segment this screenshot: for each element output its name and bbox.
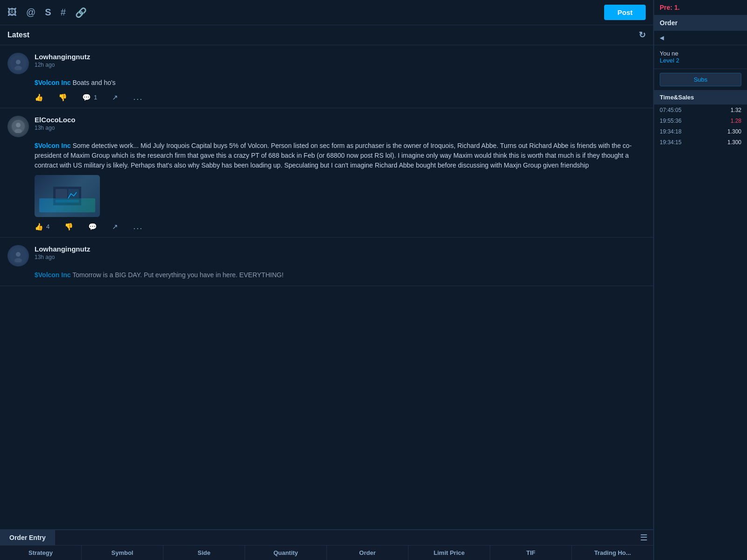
time-sales-panel: Time&Sales 07:45:05 1.32 19:55:36 1.28 1… [654, 90, 747, 560]
post-meta: Lowhangingnutz 13h ago [35, 245, 90, 260]
svg-point-1 [16, 60, 21, 64]
share-button[interactable]: ↗ [112, 223, 118, 231]
col-limit-price: Limit Price [409, 546, 490, 560]
post-text: Tomorrow is a BIG DAY. Put everything yo… [72, 271, 283, 279]
toolbar: 🖼 @ S # 🔗 Post [0, 0, 653, 25]
col-strategy: Strategy [0, 546, 82, 560]
pre-market: Pre: 1. [654, 0, 747, 15]
share-icon: ↗ [112, 93, 118, 102]
ts-price: 1.28 [731, 118, 741, 124]
post-actions: 👍 👎 💬 1 ↗ ... [35, 92, 646, 102]
comment-button[interactable]: 💬 [88, 223, 97, 231]
post-body: $Volcon Inc Tomorrow is a BIG DAY. Put e… [35, 270, 646, 280]
order-entry-options-icon[interactable]: ☰ [640, 532, 653, 543]
post-header: Lowhangingnutz 12h ago [7, 53, 646, 74]
ts-time: 19:55:36 [660, 118, 682, 124]
ts-price: 1.300 [727, 139, 741, 146]
svg-rect-8 [68, 189, 79, 198]
dollar-icon[interactable]: S [45, 7, 51, 18]
share-button[interactable]: ↗ [112, 93, 118, 102]
post-header: ElCocoLoco 13h ago [7, 116, 646, 137]
ticker-link[interactable]: $Volcon Inc [35, 79, 71, 86]
time-sales-row: 19:55:36 1.28 [654, 116, 747, 126]
like-button[interactable]: 👍 [35, 93, 43, 102]
comment-button[interactable]: 💬 1 [82, 93, 97, 102]
ts-price: 1.32 [731, 107, 741, 113]
ts-time: 19:34:18 [660, 128, 682, 135]
collapse-arrow-icon[interactable]: ◀ [658, 33, 666, 43]
thumbs-up-icon: 👍 [35, 223, 43, 231]
ts-price: 1.300 [727, 128, 741, 135]
col-side: Side [163, 546, 245, 560]
post-body: $Volcon Inc Boats and ho's [35, 78, 646, 88]
level-text: Level 2 [660, 57, 679, 64]
post-card: ElCocoLoco 13h ago $Volcon Inc Some dete… [0, 108, 653, 238]
refresh-icon[interactable]: ↻ [639, 30, 646, 40]
like-button[interactable]: 👍 4 [35, 223, 49, 231]
time-sales-row: 07:45:05 1.32 [654, 105, 747, 116]
ticker-link[interactable]: $Volcon Inc [35, 142, 71, 149]
avatar [7, 53, 29, 74]
order-entry-tab[interactable]: Order Entry [0, 530, 56, 545]
time-sales-header: Time&Sales [654, 90, 747, 105]
comment-icon: 💬 [82, 93, 91, 102]
username: ElCocoLoco [35, 116, 76, 124]
col-tif: TIF [490, 546, 572, 560]
thumbs-up-icon: 👍 [35, 93, 43, 102]
comment-icon: 💬 [88, 223, 97, 231]
feed: Lowhangingnutz 12h ago $Volcon Inc Boats… [0, 45, 653, 529]
dislike-button[interactable]: 👎 [58, 93, 67, 102]
post-image-thumbnail[interactable] [35, 175, 100, 217]
avatar [7, 245, 29, 266]
ticker-link[interactable]: $Volcon Inc [35, 271, 71, 279]
ts-time: 19:34:15 [660, 139, 682, 146]
post-card: Lowhangingnutz 12h ago $Volcon Inc Boats… [0, 45, 653, 108]
comment-count: 1 [94, 94, 97, 101]
avatar [7, 116, 29, 137]
upgrade-text-line1: You ne [660, 50, 678, 57]
more-options-button[interactable]: ... [133, 92, 143, 102]
thumbs-down-icon: 👎 [64, 223, 73, 231]
username: Lowhangingnutz [35, 245, 90, 253]
hashtag-icon[interactable]: # [61, 7, 66, 18]
latest-header: Latest ↻ [0, 25, 653, 45]
post-text: Some detective work... Mid July Iroquois… [35, 142, 632, 169]
post-text: Boats and ho's [72, 79, 115, 86]
more-options-button[interactable]: ... [133, 222, 143, 231]
dislike-button[interactable]: 👎 [64, 223, 73, 231]
link-icon[interactable]: 🔗 [75, 7, 87, 18]
latest-title: Latest [7, 31, 29, 39]
post-actions: 👍 4 👎 💬 ↗ ... [35, 222, 646, 231]
svg-rect-7 [56, 189, 67, 198]
order-panel-button[interactable]: Order [654, 15, 747, 31]
svg-point-4 [16, 123, 21, 127]
post-body: $Volcon Inc Some detective work... Mid J… [35, 141, 646, 170]
post-meta: ElCocoLoco 13h ago [35, 116, 76, 131]
timestamp: 13h ago [35, 254, 90, 260]
col-quantity: Quantity [245, 546, 327, 560]
time-sales-row: 19:34:15 1.300 [654, 137, 747, 148]
svg-point-11 [16, 252, 21, 257]
pre-market-value: 1. [674, 4, 680, 11]
mention-icon[interactable]: @ [26, 7, 35, 18]
time-sales-row: 19:34:18 1.300 [654, 126, 747, 137]
thumbs-down-icon: 👎 [58, 93, 67, 102]
post-button[interactable]: Post [604, 5, 646, 20]
pre-market-label: Pre: [660, 4, 674, 11]
post-card: Lowhangingnutz 13h ago $Volcon Inc Tomor… [0, 238, 653, 286]
post-header: Lowhangingnutz 13h ago [7, 245, 646, 266]
like-count: 4 [46, 223, 49, 230]
image-icon[interactable]: 🖼 [7, 7, 17, 18]
share-icon: ↗ [112, 223, 118, 231]
timestamp: 12h ago [35, 62, 90, 68]
svg-rect-9 [56, 200, 79, 203]
subscribe-button[interactable]: Subs [660, 73, 741, 86]
col-symbol: Symbol [82, 546, 163, 560]
ts-time: 07:45:05 [660, 107, 682, 113]
right-panel: Pre: 1. Order ◀ You ne Level 2 Subs Time… [654, 0, 747, 560]
timestamp: 13h ago [35, 125, 76, 131]
upgrade-notice: You ne Level 2 [654, 45, 747, 69]
order-entry-bar: Order Entry ☰ Strategy Symbol Side Quant… [0, 529, 653, 560]
post-meta: Lowhangingnutz 12h ago [35, 53, 90, 68]
order-columns-header: Strategy Symbol Side Quantity Order Limi… [0, 545, 653, 560]
